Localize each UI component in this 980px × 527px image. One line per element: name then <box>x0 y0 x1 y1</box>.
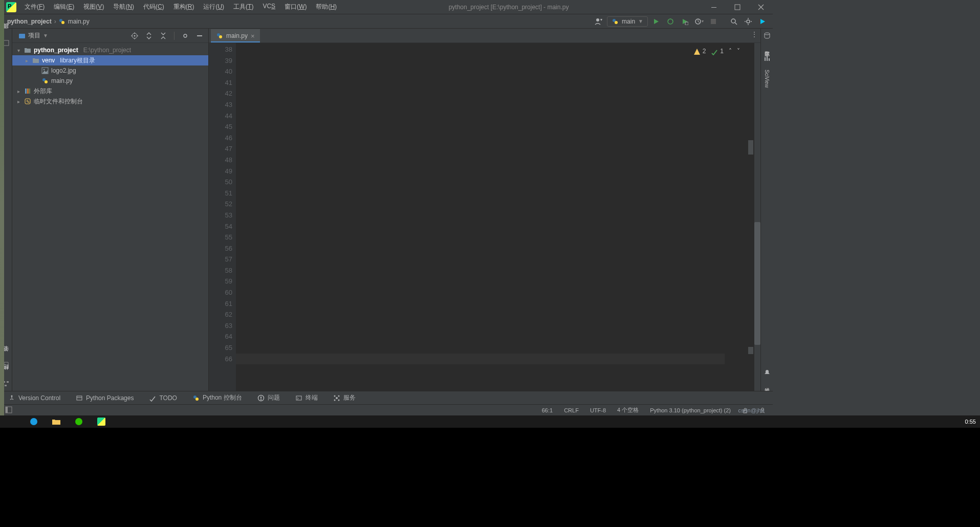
code-area[interactable]: 2 1 ˄ ˅ <box>236 43 760 391</box>
inspection-down-icon[interactable]: ˅ <box>737 46 740 57</box>
line-number[interactable]: 43 <box>209 99 232 111</box>
chevron-right-icon[interactable]: ▸ <box>15 99 21 104</box>
settings-icon[interactable] <box>742 15 754 28</box>
taskbar-app-wechat[interactable] <box>68 415 90 428</box>
line-number[interactable]: 56 <box>209 243 232 254</box>
expand-all-icon[interactable] <box>143 30 155 41</box>
menu-代码[interactable]: 代码(C) <box>139 1 168 13</box>
line-number[interactable]: 54 <box>209 221 232 232</box>
line-number[interactable]: 52 <box>209 199 232 210</box>
profile-button[interactable]: ▾ <box>693 15 705 28</box>
project-tree[interactable]: ▾ python_project E:\python_project ▸ ven… <box>12 43 208 391</box>
menu-视图[interactable]: 视图(V) <box>79 1 108 13</box>
right-tool-sciview[interactable]: SciView <box>763 68 771 90</box>
line-number[interactable]: 49 <box>209 166 232 177</box>
bottom-tool-终端[interactable]: 终端 <box>292 392 321 404</box>
coverage-button[interactable] <box>679 15 691 28</box>
menu-文件[interactable]: 文件(F) <box>20 1 49 13</box>
right-tool-database[interactable]: 数据库 <box>763 45 772 49</box>
line-number[interactable]: 55 <box>209 232 232 243</box>
line-number[interactable]: 50 <box>209 177 232 188</box>
sciview-icon[interactable] <box>763 54 771 62</box>
line-number[interactable]: 38 <box>209 44 232 55</box>
line-number[interactable]: 41 <box>209 77 232 89</box>
right-tool-notifications[interactable]: 通知 <box>763 382 772 386</box>
bottom-tool-TODO[interactable]: TODO <box>146 393 180 403</box>
line-number[interactable]: 64 <box>209 331 232 342</box>
run-configuration-selector[interactable]: main ▼ <box>607 16 648 27</box>
taskbar-start-icon[interactable] <box>0 415 23 428</box>
menu-编辑[interactable]: 编辑(E) <box>50 1 78 13</box>
line-number[interactable]: 59 <box>209 276 232 287</box>
tree-item-main-py[interactable]: main.py <box>12 76 208 86</box>
breadcrumb-project[interactable]: python_project › <box>7 18 56 25</box>
line-number[interactable]: 40 <box>209 66 232 77</box>
debug-button[interactable] <box>664 15 677 28</box>
tree-item-logo2[interactable]: logo2.jpg <box>12 65 208 76</box>
pane-settings-icon[interactable] <box>180 30 191 41</box>
line-number[interactable]: 44 <box>209 111 232 122</box>
editor-tabs-more-icon[interactable]: ⋮ <box>751 31 757 38</box>
menu-工具[interactable]: 工具(T) <box>229 1 257 13</box>
taskbar-app-explorer[interactable] <box>45 415 68 428</box>
run-button[interactable] <box>650 15 662 28</box>
menu-帮助[interactable]: 帮助(H) <box>312 1 341 13</box>
typo-count[interactable]: 1 <box>711 46 724 57</box>
project-view-selector[interactable]: 项目 ▼ <box>15 30 51 41</box>
menu-窗口[interactable]: 窗口(W) <box>280 1 311 13</box>
menu-VCS[interactable]: VCS <box>258 1 279 13</box>
inspection-widget[interactable]: 2 1 ˄ ˅ <box>693 46 740 57</box>
chevron-right-icon[interactable]: ▸ <box>24 58 30 63</box>
line-number-gutter[interactable]: 3839404142434445464748495051525354555657… <box>209 43 236 391</box>
menu-运行[interactable]: 运行(U) <box>199 1 228 13</box>
close-tab-icon[interactable]: × <box>251 32 255 40</box>
close-button[interactable] <box>749 0 773 14</box>
chevron-right-icon[interactable]: ▸ <box>15 89 21 94</box>
status-caret[interactable]: 66:1 <box>540 406 555 414</box>
locate-icon[interactable] <box>129 30 140 41</box>
bottom-tool-Version-Control[interactable]: Version Control <box>5 393 63 403</box>
line-number[interactable]: 65 <box>209 342 232 354</box>
editor-body[interactable]: 3839404142434445464748495051525354555657… <box>209 43 760 391</box>
tree-external-libraries[interactable]: ▸ 外部库 <box>12 86 208 96</box>
warning-count[interactable]: 2 <box>693 46 706 57</box>
maximize-button[interactable] <box>726 0 749 14</box>
menu-导航[interactable]: 导航(N) <box>109 1 138 13</box>
editor-tab-main[interactable]: main.py × <box>211 29 260 42</box>
scrollbar-thumb[interactable] <box>754 222 760 345</box>
breadcrumb-file[interactable]: main.py <box>58 18 90 25</box>
line-number[interactable]: 58 <box>209 265 232 276</box>
taskbar-app-edge[interactable] <box>23 415 45 428</box>
status-encoding[interactable]: UTF-8 <box>588 406 608 414</box>
inspection-up-icon[interactable]: ˄ <box>729 46 732 57</box>
line-number[interactable]: 45 <box>209 121 232 133</box>
line-number[interactable]: 53 <box>209 210 232 221</box>
line-number[interactable]: 47 <box>209 143 232 155</box>
tool-window-quick-access-icon[interactable] <box>5 406 13 414</box>
line-number[interactable]: 46 <box>209 133 232 144</box>
collapse-all-icon[interactable] <box>158 30 169 41</box>
add-user-icon[interactable]: ▾ <box>593 15 605 28</box>
line-number[interactable]: 63 <box>209 320 232 332</box>
line-number[interactable]: 51 <box>209 188 232 199</box>
bell-icon[interactable] <box>763 368 771 377</box>
status-interpreter[interactable]: Python 3.10 (python_project) (2) <box>648 406 733 414</box>
line-number[interactable]: 61 <box>209 298 232 310</box>
line-number[interactable]: 48 <box>209 155 232 166</box>
minimize-button[interactable] <box>702 0 726 14</box>
stop-button[interactable] <box>707 15 720 28</box>
line-number[interactable]: 60 <box>209 287 232 298</box>
bottom-tool-问题[interactable]: 问题 <box>254 392 283 404</box>
line-number[interactable]: 66 <box>209 354 232 365</box>
os-taskbar[interactable]: 0:55 <box>0 415 980 428</box>
tree-root[interactable]: ▾ python_project E:\python_project <box>12 45 208 55</box>
database-icon[interactable] <box>763 32 771 40</box>
menu-重构[interactable]: 重构(R) <box>169 1 199 13</box>
taskbar-app-pycharm[interactable] <box>90 415 113 428</box>
line-number[interactable]: 42 <box>209 88 232 99</box>
status-line-sep[interactable]: CRLF <box>562 406 581 414</box>
editor-scrollbar[interactable] <box>754 43 760 391</box>
search-everywhere-icon[interactable] <box>728 15 740 28</box>
bottom-tool-Python-Packages[interactable]: Python Packages <box>73 393 137 403</box>
bottom-tool-服务[interactable]: 服务 <box>330 392 359 404</box>
